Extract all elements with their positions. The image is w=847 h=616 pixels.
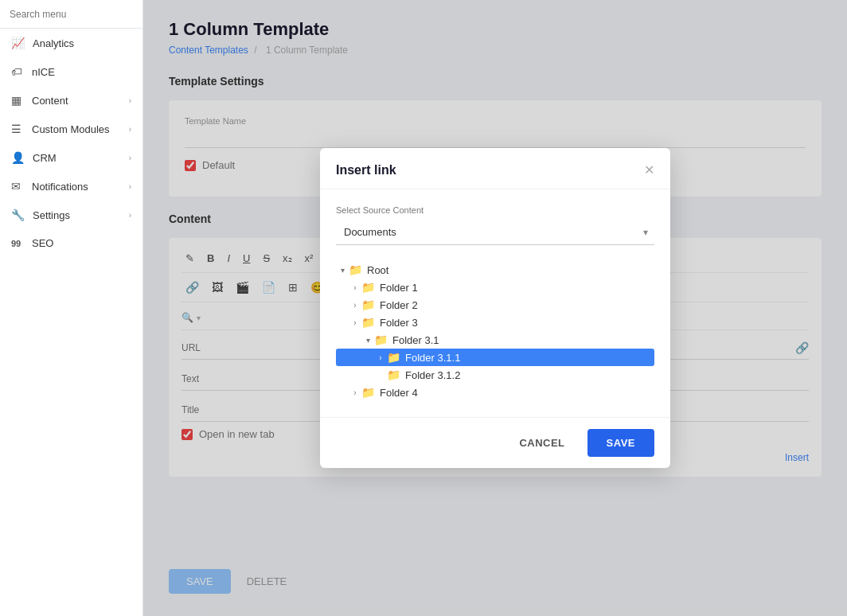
modal-header: Insert link ✕: [320, 148, 670, 189]
settings-icon: 🔧: [11, 209, 25, 221]
notifications-icon: ✉: [11, 180, 24, 193]
crm-icon: 👤: [11, 151, 25, 164]
folder-icon: 📁: [361, 298, 375, 311]
tree-item-folder4[interactable]: › 📁 Folder 4: [336, 384, 654, 401]
sidebar-item-custom-modules[interactable]: ☰ Custom Modules ›: [0, 115, 142, 143]
folder-icon: 📁: [349, 263, 362, 276]
tree-item-folder2[interactable]: › 📁 Folder 2: [336, 296, 654, 314]
custom-modules-icon: ☰: [11, 123, 24, 135]
collapse-icon: ▾: [361, 336, 374, 345]
folder-icon: 📁: [374, 333, 388, 346]
tree-label: Folder 2: [380, 299, 418, 311]
expand-icon: ›: [374, 353, 387, 362]
main-content: 1 Column Template Content Templates / 1 …: [143, 0, 847, 616]
sidebar-item-analytics[interactable]: 📈 Analytics: [0, 29, 142, 57]
tree-label: Folder 3.1.2: [405, 369, 460, 381]
content-icon: ▦: [11, 94, 24, 107]
modal-footer: CANCEL SAVE: [320, 417, 670, 468]
folder-tree: ▾ 📁 Root › 📁 Folder 1 › 📁 Folder 2: [336, 261, 654, 401]
sidebar-item-label: Settings: [33, 209, 70, 221]
source-content-select-row: Documents Pages Media ▾: [336, 220, 654, 245]
expand-icon: ›: [349, 388, 361, 397]
chevron-right-icon: ›: [129, 154, 131, 162]
analytics-icon: 📈: [11, 37, 25, 49]
source-content-label: Select Source Content: [336, 205, 654, 215]
modal-close-button[interactable]: ✕: [644, 162, 654, 177]
sidebar-item-label: Notifications: [32, 181, 88, 193]
tree-item-folder3[interactable]: › 📁 Folder 3: [336, 314, 654, 331]
sidebar-item-label: Analytics: [33, 37, 74, 49]
expand-icon: ›: [349, 318, 361, 327]
modal-title: Insert link: [336, 163, 396, 177]
chevron-right-icon: ›: [129, 182, 131, 191]
nice-icon: 🏷: [11, 65, 24, 78]
insert-link-modal: Insert link ✕ Select Source Content Docu…: [320, 148, 670, 468]
folder-icon: 📁: [387, 368, 400, 381]
sidebar-item-seo[interactable]: 99 SEO: [0, 229, 142, 257]
sidebar-item-label: nICE: [32, 66, 55, 78]
sidebar-item-label: SEO: [32, 237, 53, 249]
modal-body: Select Source Content Documents Pages Me…: [320, 189, 670, 417]
folder-icon: 📁: [387, 351, 400, 364]
folder-icon: 📁: [361, 316, 375, 329]
chevron-right-icon: ›: [129, 125, 131, 134]
sidebar-item-crm[interactable]: 👤 CRM ›: [0, 143, 142, 172]
collapse-icon: ▾: [336, 266, 349, 275]
tree-label: Folder 3: [380, 317, 418, 329]
tree-item-folder31[interactable]: ▾ 📁 Folder 3.1: [336, 331, 654, 349]
sidebar-item-notifications[interactable]: ✉ Notifications ›: [0, 172, 142, 201]
tree-label: Folder 4: [380, 387, 418, 399]
tree-label: Folder 3.1.1: [405, 352, 460, 364]
modal-overlay: Insert link ✕ Select Source Content Docu…: [143, 0, 847, 616]
cancel-button[interactable]: CANCEL: [506, 431, 577, 455]
sidebar: 📈 Analytics 🏷 nICE ▦ Content › ☰ Custom …: [0, 0, 143, 616]
tree-label: Root: [367, 264, 388, 276]
search-menu-container: [0, 0, 142, 29]
sidebar-item-nice[interactable]: 🏷 nICE: [0, 57, 142, 86]
tree-label: Folder 1: [380, 282, 418, 294]
sidebar-item-label: Custom Modules: [32, 123, 110, 135]
tree-item-root[interactable]: ▾ 📁 Root: [336, 261, 654, 279]
folder-icon: 📁: [361, 281, 375, 294]
folder-icon: 📁: [361, 386, 375, 399]
sidebar-item-content[interactable]: ▦ Content ›: [0, 86, 142, 115]
tree-label: Folder 3.1: [392, 334, 439, 346]
search-input[interactable]: [10, 9, 133, 20]
tree-item-folder312[interactable]: 📁 Folder 3.1.2: [336, 366, 654, 384]
sidebar-item-settings[interactable]: 🔧 Settings ›: [0, 201, 142, 229]
tree-item-folder1[interactable]: › 📁 Folder 1: [336, 279, 654, 296]
chevron-right-icon: ›: [129, 211, 131, 220]
chevron-right-icon: ›: [129, 96, 131, 105]
sidebar-item-label: CRM: [33, 152, 57, 164]
seo-icon: 99: [11, 239, 24, 248]
source-content-select[interactable]: Documents Pages Media: [336, 220, 654, 245]
expand-icon: ›: [349, 283, 361, 292]
save-button[interactable]: SAVE: [587, 429, 654, 457]
expand-icon: ›: [349, 301, 361, 310]
tree-item-folder311[interactable]: › 📁 Folder 3.1.1: [336, 349, 654, 366]
sidebar-item-label: Content: [32, 95, 68, 107]
